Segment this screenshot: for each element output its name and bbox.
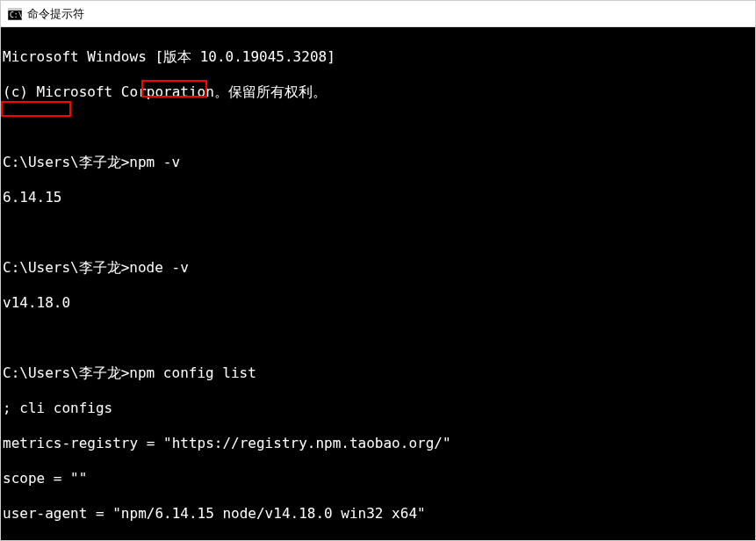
terminal-line: C:\Users\李子龙>node -v bbox=[3, 259, 753, 277]
terminal-line: user-agent = "npm/6.14.15 node/v14.18.0 … bbox=[3, 505, 753, 523]
svg-text:C:\: C:\ bbox=[10, 11, 22, 19]
terminal-line: Microsoft Windows [版本 10.0.19045.3208] bbox=[3, 48, 753, 66]
terminal-line: ; cli configs bbox=[3, 400, 753, 417]
terminal-line: metrics-registry = "https://registry.npm… bbox=[3, 435, 753, 452]
window-title: 命令提示符 bbox=[27, 6, 84, 22]
cmd-window: C:\ 命令提示符 Microsoft Windows [版本 10.0.190… bbox=[0, 0, 756, 541]
terminal-line: C:\Users\李子龙>npm config list bbox=[3, 364, 753, 382]
terminal-line bbox=[3, 224, 753, 242]
cmd-icon: C:\ bbox=[8, 7, 22, 21]
terminal-line: C:\Users\李子龙>npm -v bbox=[3, 154, 753, 171]
terminal-content[interactable]: Microsoft Windows [版本 10.0.19045.3208] (… bbox=[1, 27, 755, 540]
highlight-npm-version bbox=[1, 101, 71, 117]
terminal-line: v14.18.0 bbox=[3, 294, 753, 312]
titlebar[interactable]: C:\ 命令提示符 bbox=[1, 1, 755, 27]
terminal-line bbox=[3, 119, 753, 136]
terminal-line: 6.14.15 bbox=[3, 189, 753, 206]
terminal-line: scope = "" bbox=[3, 470, 753, 487]
terminal-line: (c) Microsoft Corporation。保留所有权利。 bbox=[3, 83, 753, 101]
terminal-line bbox=[3, 329, 753, 347]
svg-rect-1 bbox=[8, 8, 22, 11]
